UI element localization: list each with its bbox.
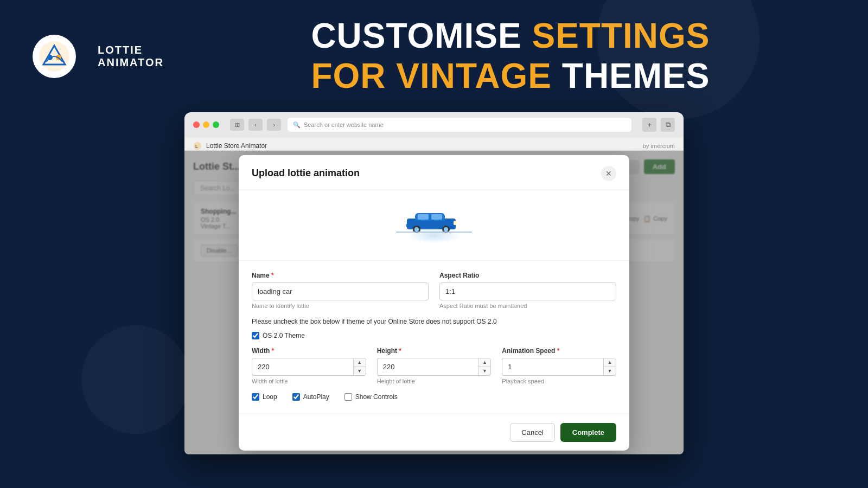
headline-line1-part1: CUSTOMISE: [311, 16, 532, 55]
autoplay-checkbox-row: AutoPlay: [292, 393, 329, 401]
os-theme-checkbox-row: OS 2.0 Theme: [252, 332, 616, 339]
logo-text: LOTTIE ANIMATOR: [98, 44, 164, 69]
address-bar[interactable]: 🔍 Search or enter website name: [288, 118, 631, 132]
animation-speed-increment[interactable]: ▲: [604, 358, 616, 367]
show-controls-checkbox[interactable]: [344, 393, 352, 401]
name-input[interactable]: [252, 282, 429, 300]
form-row-1: Name * Name to identify lottie Aspect Ra…: [252, 272, 616, 309]
close-icon: ✕: [605, 169, 612, 178]
height-hint: Height of lottie: [377, 378, 492, 384]
width-label: Width *: [252, 347, 366, 355]
name-hint: Name to identify lottie: [252, 303, 429, 309]
browser-actions: ＋ ⧉: [642, 118, 675, 132]
back-btn[interactable]: ‹: [248, 119, 263, 131]
modal-footer: Cancel Complete: [239, 414, 629, 451]
svg-rect-7: [418, 214, 429, 220]
traffic-light-red[interactable]: [193, 121, 200, 128]
modal-body: Name * Name to identify lottie Aspect Ra…: [239, 261, 629, 414]
new-tab-btn[interactable]: ＋: [642, 118, 656, 132]
height-increment[interactable]: ▲: [478, 358, 490, 367]
name-field-group: Name * Name to identify lottie: [252, 272, 429, 309]
animation-speed-field-group: Animation Speed * ▲ ▼: [502, 347, 616, 384]
modal-overlay: Upload lottie animation ✕: [184, 151, 684, 454]
loop-label: Loop: [263, 393, 277, 401]
tab-favicon: L: [193, 142, 202, 150]
autoplay-label: AutoPlay: [303, 393, 329, 401]
height-label: Height *: [377, 347, 492, 355]
show-controls-label: Show Controls: [355, 393, 398, 401]
checkboxes-row: Loop AutoPlay Show Controls: [252, 393, 616, 403]
animation-speed-hint: Playback speed: [502, 378, 616, 384]
tab-title: Lottie Store Animator: [206, 142, 267, 150]
modal-header: Upload lottie animation ✕: [239, 155, 629, 190]
traffic-lights: [193, 121, 219, 128]
height-input[interactable]: [377, 358, 478, 376]
complete-button[interactable]: Complete: [560, 423, 616, 442]
traffic-light-yellow[interactable]: [203, 121, 209, 128]
animation-speed-input-wrap: ▲ ▼: [502, 358, 616, 376]
width-decrement[interactable]: ▼: [354, 367, 366, 375]
width-hint: Width of lottie: [252, 378, 366, 384]
os-theme-label: OS 2.0 Theme: [263, 332, 305, 339]
search-icon: 🔍: [293, 121, 301, 129]
animation-speed-decrement[interactable]: ▼: [604, 367, 616, 375]
aspect-ratio-label: Aspect Ratio: [439, 272, 616, 279]
width-increment[interactable]: ▲: [354, 358, 366, 367]
logo: [33, 35, 76, 78]
sidebar-toggle-btn[interactable]: ⊞: [230, 119, 244, 131]
aspect-ratio-input[interactable]: [439, 282, 616, 300]
name-label: Name *: [252, 272, 429, 279]
car-glow: [407, 227, 461, 243]
show-controls-checkbox-row: Show Controls: [344, 393, 398, 401]
cancel-button[interactable]: Cancel: [510, 423, 554, 442]
animation-speed-spinner: ▲ ▼: [603, 358, 616, 376]
svg-rect-8: [431, 214, 442, 220]
aspect-ratio-hint: Aspect Ratio must be maintained: [439, 303, 616, 309]
headline-line2-part1: FOR VINTAGE: [311, 56, 552, 95]
width-spinner: ▲ ▼: [353, 358, 366, 376]
browser-content: Lottie St... Add Search Lo... Shopping..…: [184, 151, 684, 454]
modal-close-button[interactable]: ✕: [601, 166, 616, 181]
upload-modal: Upload lottie animation ✕: [239, 155, 629, 451]
tab-by-text: by imercium: [643, 143, 675, 149]
windows-btn[interactable]: ⧉: [661, 118, 675, 132]
animation-speed-label: Animation Speed *: [502, 347, 616, 355]
bg-decoration-2: [81, 325, 190, 434]
height-spinner: ▲ ▼: [478, 358, 491, 376]
width-required: *: [272, 347, 275, 355]
svg-text:L: L: [195, 144, 198, 149]
modal-title: Upload lottie animation: [252, 168, 360, 179]
browser-window: ⊞ ‹ › 🔍 Search or enter website name ＋ ⧉…: [184, 112, 684, 454]
logo-name-line1: LOTTIE: [98, 44, 164, 56]
traffic-light-green[interactable]: [213, 121, 219, 128]
form-row-2: Width * ▲ ▼ Width: [252, 347, 616, 384]
loop-checkbox[interactable]: [252, 393, 259, 401]
svg-rect-13: [454, 221, 457, 225]
forward-btn[interactable]: ›: [267, 119, 281, 131]
height-decrement[interactable]: ▼: [478, 367, 490, 375]
width-field-group: Width * ▲ ▼ Width: [252, 347, 366, 384]
autoplay-checkbox[interactable]: [292, 393, 300, 401]
animation-speed-input[interactable]: [502, 358, 603, 376]
width-input[interactable]: [252, 358, 353, 376]
width-input-wrap: ▲ ▼: [252, 358, 366, 376]
height-required: *: [399, 347, 401, 355]
loop-checkbox-row: Loop: [252, 393, 277, 401]
animation-speed-required: *: [557, 347, 560, 355]
address-text: Search or enter website name: [304, 121, 384, 128]
aspect-ratio-field-group: Aspect Ratio Aspect Ratio must be mainta…: [439, 272, 616, 309]
name-required: *: [271, 272, 274, 279]
os-notice: Please uncheck the box below if theme of…: [252, 318, 616, 325]
browser-nav-controls: ⊞ ‹ ›: [230, 119, 281, 131]
os-theme-checkbox[interactable]: [252, 332, 259, 339]
tab-bar: L Lottie Store Animator by imercium: [184, 137, 684, 151]
car-animation-wrap: [396, 207, 472, 243]
browser-chrome: ⊞ ‹ › 🔍 Search or enter website name ＋ ⧉: [184, 112, 684, 137]
height-input-wrap: ▲ ▼: [377, 358, 492, 376]
animation-preview: [239, 190, 629, 261]
height-field-group: Height * ▲ ▼ Heig: [377, 347, 492, 384]
logo-name-line2: ANIMATOR: [98, 56, 164, 69]
